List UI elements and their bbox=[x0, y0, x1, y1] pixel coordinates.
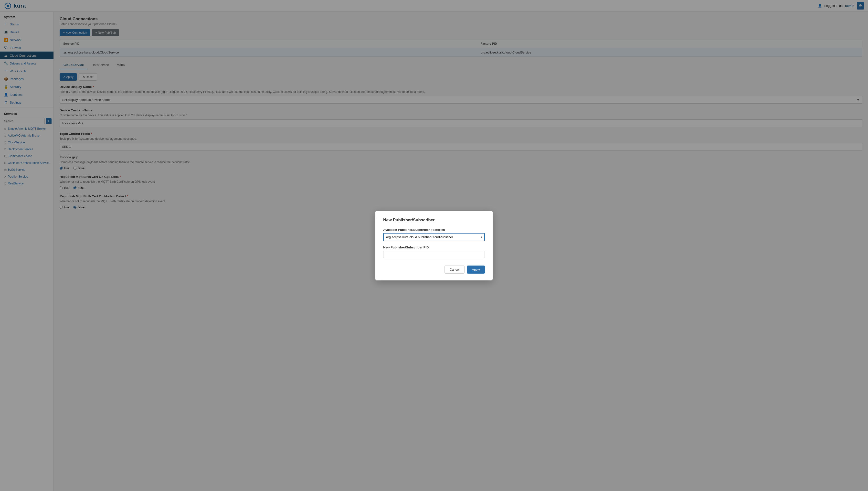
factories-select[interactable]: org.eclipse.kura.cloud.publisher.CloudPu… bbox=[383, 233, 485, 241]
factory-section: Available Publisher/Subscriber Factories… bbox=[383, 228, 485, 241]
modal-title: New Publisher/Subscriber bbox=[383, 218, 485, 223]
factories-label: Available Publisher/Subscriber Factories bbox=[383, 228, 485, 232]
modal-overlay: New Publisher/Subscriber Available Publi… bbox=[0, 0, 868, 491]
pid-section: New Publisher/Subscriber PID bbox=[383, 246, 485, 260]
pid-label: New Publisher/Subscriber PID bbox=[383, 246, 485, 249]
modal-cancel-button[interactable]: Cancel bbox=[445, 265, 465, 273]
new-pub-sub-modal: New Publisher/Subscriber Available Publi… bbox=[376, 211, 492, 281]
modal-apply-button[interactable]: Apply bbox=[467, 265, 485, 273]
pid-input[interactable] bbox=[383, 251, 485, 258]
modal-footer: Cancel Apply bbox=[383, 265, 485, 273]
